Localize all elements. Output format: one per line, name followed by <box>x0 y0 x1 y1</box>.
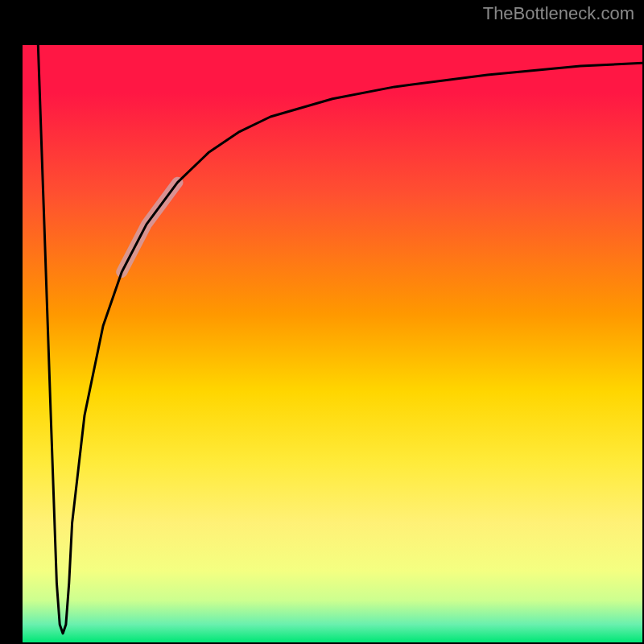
curve-main <box>38 45 642 634</box>
watermark-text: TheBottleneck.com <box>483 3 634 24</box>
curve-highlight-segment <box>122 183 177 272</box>
bottleneck-curve <box>38 45 642 634</box>
chart-svg <box>23 45 642 642</box>
chart-frame <box>0 23 644 644</box>
